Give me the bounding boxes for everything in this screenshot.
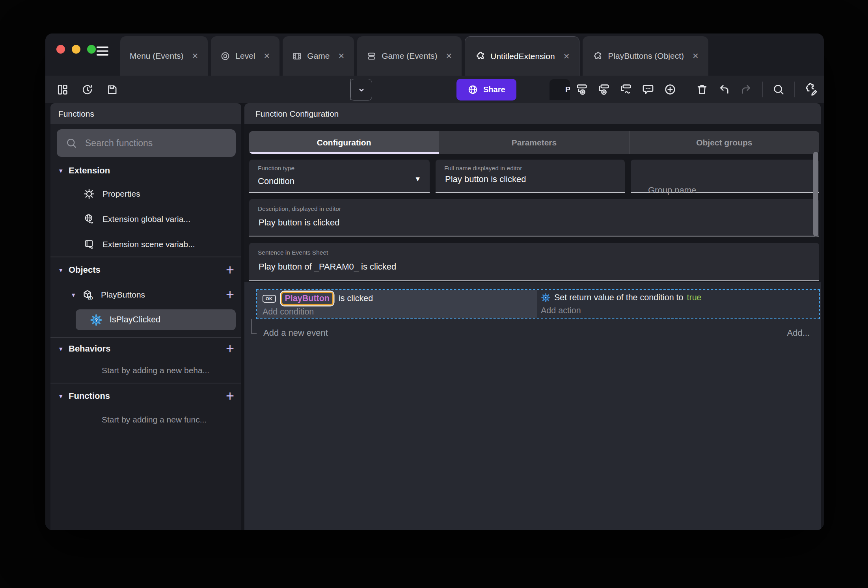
comment-icon[interactable] bbox=[642, 83, 654, 96]
sidebar-title: Functions bbox=[58, 109, 94, 119]
tab-object-groups[interactable]: Object groups bbox=[630, 131, 819, 154]
layout-icon[interactable] bbox=[56, 84, 69, 96]
function-gear-icon: ? bbox=[90, 314, 102, 326]
event-row-selected[interactable]: OK PlayButton is clicked Add condition S… bbox=[256, 289, 820, 319]
svg-text:?: ? bbox=[95, 317, 98, 323]
sidebar-item-properties[interactable]: Properties bbox=[50, 185, 241, 203]
item-label: Extension scene variab... bbox=[102, 240, 195, 249]
chevron-down-icon bbox=[357, 86, 366, 94]
vertical-scrollbar[interactable] bbox=[813, 152, 818, 236]
add-function-to-object-button[interactable]: + bbox=[226, 288, 234, 302]
active-tab-underline bbox=[249, 152, 439, 154]
sidebar-item-isplayclicked-selected[interactable]: ? IsPlayClicked bbox=[76, 309, 236, 330]
add-sub-event-icon[interactable] bbox=[576, 83, 588, 96]
actions-column: Set return value of the condition to tru… bbox=[537, 290, 819, 318]
zoom-window-button[interactable] bbox=[87, 45, 96, 54]
tab-label: PlayButtons (Object) bbox=[608, 51, 684, 61]
tab-level[interactable]: Level ✕ bbox=[211, 36, 279, 76]
close-window-button[interactable] bbox=[56, 45, 65, 54]
tab-label: Game bbox=[307, 51, 330, 61]
field-label: Sentence in Events Sheet bbox=[258, 249, 328, 256]
sidebar-item-extension-global-variables[interactable]: Extension global varia... bbox=[50, 210, 241, 228]
search-icon[interactable] bbox=[772, 83, 785, 96]
object-name-chip[interactable]: PlayButton bbox=[281, 292, 333, 305]
gear-icon bbox=[541, 293, 551, 303]
preview-dropdown-button[interactable] bbox=[351, 79, 372, 100]
history-icon[interactable] bbox=[81, 84, 93, 96]
share-label: Share bbox=[483, 85, 505, 94]
add-object-button[interactable]: + bbox=[226, 263, 234, 277]
tab-label: Menu (Events) bbox=[130, 51, 184, 61]
sentence-input[interactable] bbox=[258, 261, 810, 272]
globe-icon bbox=[468, 84, 478, 95]
configuration-tabs: Configuration Parameters Object groups bbox=[249, 131, 819, 154]
tab-untitled-extension[interactable]: UntitledExtension ✕ bbox=[465, 36, 579, 76]
search-functions-input[interactable] bbox=[84, 138, 227, 149]
search-functions-box[interactable] bbox=[57, 129, 236, 157]
full-name-field[interactable]: Full name displayed in editor bbox=[436, 160, 625, 193]
tab-game[interactable]: Game ✕ bbox=[283, 36, 354, 76]
sidebar-section-objects[interactable]: ▾ Objects + bbox=[50, 261, 241, 279]
sidebar-item-playbuttons[interactable]: ▾ 2D PlayButtons + bbox=[50, 286, 241, 303]
sidebar-divider bbox=[50, 257, 241, 257]
close-tab-icon[interactable]: ✕ bbox=[563, 52, 570, 61]
close-tab-icon[interactable]: ✕ bbox=[264, 51, 270, 61]
action-value[interactable]: true bbox=[687, 293, 702, 303]
undo-icon[interactable] bbox=[718, 83, 730, 96]
close-tab-icon[interactable]: ✕ bbox=[338, 51, 345, 61]
full-name-input[interactable] bbox=[444, 174, 616, 185]
close-tab-icon[interactable]: ✕ bbox=[445, 51, 452, 61]
item-label: Properties bbox=[102, 189, 140, 199]
add-wave-event-icon[interactable] bbox=[620, 83, 632, 96]
add-more-button[interactable]: Add... bbox=[787, 328, 810, 338]
close-tab-icon[interactable]: ✕ bbox=[692, 51, 699, 61]
sidebar-section-extension[interactable]: ▾ Extension bbox=[50, 162, 241, 179]
add-new-event-button[interactable]: Add a new event bbox=[263, 328, 328, 338]
tab-menu-events[interactable]: Menu (Events) ✕ bbox=[120, 36, 208, 76]
description-field[interactable]: Description, displayed in editor bbox=[249, 199, 819, 236]
sentence-field[interactable]: Sentence in Events Sheet bbox=[249, 243, 819, 281]
group-name-field[interactable] bbox=[631, 160, 819, 193]
game-icon bbox=[292, 51, 302, 61]
tab-configuration[interactable]: Configuration bbox=[249, 131, 439, 154]
sidebar-item-extension-scene-variables[interactable]: Extension scene variab... bbox=[50, 236, 241, 253]
trash-icon[interactable] bbox=[696, 83, 708, 96]
minimize-window-button[interactable] bbox=[72, 45, 80, 54]
function-type-select[interactable]: Function type Condition ▼ bbox=[249, 160, 430, 193]
menu-hamburger-icon[interactable] bbox=[97, 47, 108, 56]
action-line[interactable]: Set return value of the condition to tru… bbox=[541, 293, 819, 303]
action-text: Set return value of the condition to bbox=[554, 293, 684, 303]
editor-tabs: Menu (Events) ✕ Level ✕ Game ✕ Game (Eve… bbox=[120, 36, 708, 76]
section-label: Objects bbox=[69, 265, 101, 275]
svg-text:2D: 2D bbox=[88, 296, 93, 300]
globe-variable-icon bbox=[84, 214, 95, 225]
sidebar-section-behaviors[interactable]: ▾ Behaviors + bbox=[50, 340, 241, 357]
field-label: Description, displayed in editor bbox=[258, 205, 341, 212]
toolbar-divider bbox=[686, 82, 687, 97]
share-button[interactable]: Share bbox=[456, 79, 516, 100]
tab-game-events[interactable]: Game (Events) ✕ bbox=[357, 36, 462, 76]
add-condition-button[interactable]: Add condition bbox=[263, 307, 537, 317]
save-icon[interactable] bbox=[106, 84, 118, 96]
event-tree-connector bbox=[251, 319, 257, 334]
add-action-button[interactable]: Add action bbox=[541, 306, 819, 316]
tab-playbuttons-object[interactable]: PlayButtons (Object) ✕ bbox=[583, 36, 708, 76]
close-tab-icon[interactable]: ✕ bbox=[192, 51, 199, 61]
condition-text: is clicked bbox=[339, 294, 373, 303]
description-input[interactable] bbox=[258, 217, 810, 228]
field-label: Function type bbox=[258, 165, 294, 172]
condition-line[interactable]: OK PlayButton is clicked bbox=[263, 292, 537, 305]
main-toolbar: Preview Share bbox=[45, 76, 824, 103]
add-event-icon[interactable] bbox=[598, 83, 610, 96]
redo-icon[interactable] bbox=[740, 83, 753, 96]
add-circle-icon[interactable] bbox=[664, 83, 676, 96]
events-sheet-icon bbox=[367, 51, 376, 61]
scene-variable-icon bbox=[84, 239, 95, 250]
item-label: PlayButtons bbox=[101, 290, 145, 300]
add-function-button[interactable]: + bbox=[226, 389, 234, 403]
preview-button[interactable]: Preview bbox=[350, 79, 372, 100]
sidebar-section-functions[interactable]: ▾ Functions + bbox=[50, 387, 241, 405]
tab-parameters[interactable]: Parameters bbox=[439, 131, 629, 154]
edit-extension-icon[interactable] bbox=[804, 83, 818, 96]
add-behavior-button[interactable]: + bbox=[226, 342, 234, 356]
